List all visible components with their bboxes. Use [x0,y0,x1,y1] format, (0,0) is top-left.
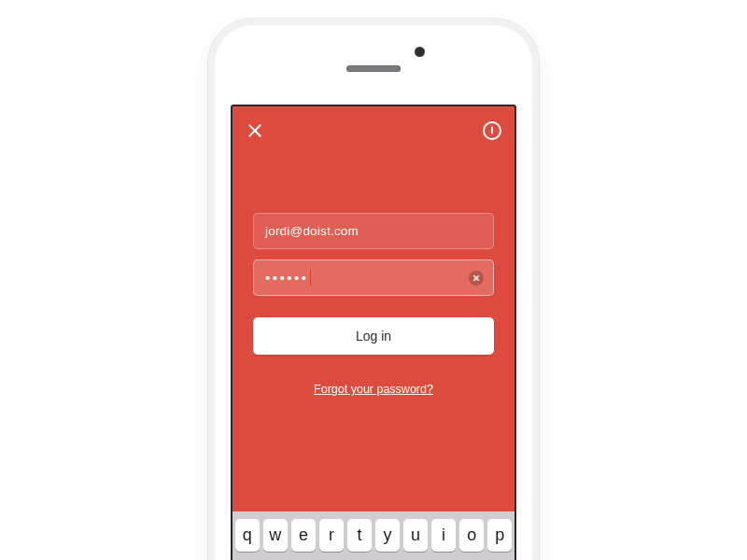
key-w[interactable]: w [263,519,288,552]
phone-frame: jordi@doist.com •••••• Log in Forgot you… [208,19,539,560]
key-o[interactable]: o [459,519,484,552]
app-screen: jordi@doist.com •••••• Log in Forgot you… [231,105,516,560]
login-form: jordi@doist.com •••••• Log in Forgot you… [233,155,514,511]
email-field[interactable]: jordi@doist.com [253,213,494,249]
key-y[interactable]: y [375,519,400,552]
top-bar [233,106,514,155]
keyboard-row-1: q w e r t y u i o p [235,519,512,552]
login-button[interactable]: Log in [253,317,494,355]
key-t[interactable]: t [347,519,372,552]
close-icon[interactable] [246,121,264,140]
key-u[interactable]: u [403,519,428,552]
clear-password-icon[interactable] [469,271,484,286]
password-field[interactable]: •••••• [253,259,494,296]
email-value: jordi@doist.com [265,224,359,238]
soft-keyboard: q w e r t y u i o p a s d f g h [233,511,514,560]
password-masked: •••••• [265,271,309,285]
onepassword-icon[interactable] [483,121,501,140]
camera-dot [415,47,425,57]
forgot-password-link[interactable]: Forgot your password? [314,383,433,396]
key-p[interactable]: p [487,519,512,552]
text-caret [310,270,312,286]
speaker-grille [346,65,401,72]
key-q[interactable]: q [235,519,260,552]
key-e[interactable]: e [291,519,316,552]
phone-inner-shell: jordi@doist.com •••••• Log in Forgot you… [214,24,533,560]
key-i[interactable]: i [431,519,456,552]
key-r[interactable]: r [319,519,344,552]
